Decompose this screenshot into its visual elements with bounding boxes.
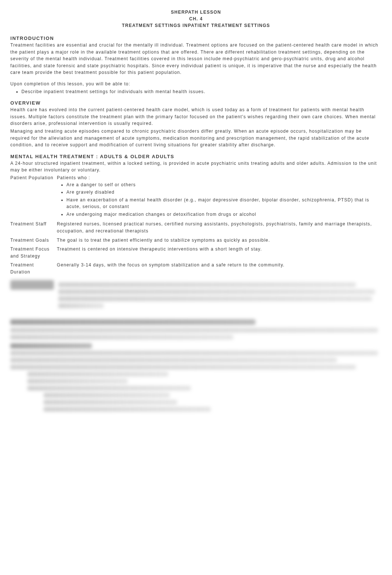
- obscured-text: [58, 280, 382, 310]
- header-line-3: TREATMENT SETTINGS INPATIENT TREATMENT S…: [10, 22, 382, 29]
- table-row: Treatment Staff Registered nurses, licen…: [10, 221, 382, 237]
- introduction-paragraph-2: Upon completion of this lesson, you will…: [10, 81, 382, 88]
- obscured-row: [10, 280, 382, 310]
- row-label-treatment-focus: Treatment Focus and Strategy: [10, 246, 57, 262]
- obscured-list-item: [27, 386, 191, 391]
- obscured-sublist-item: [44, 407, 211, 412]
- obscured-list-item: [27, 379, 128, 384]
- list-item: Have an exacerbation of a mental health …: [66, 197, 379, 210]
- obscured-line: [10, 328, 378, 333]
- patient-population-lead: Patients who :: [57, 175, 90, 180]
- obscured-subheading: [10, 343, 92, 348]
- row-value-treatment-goals: The goal is to treat the patient efficie…: [57, 237, 382, 246]
- section-title-introduction: INTRODUCTION: [10, 35, 382, 41]
- obscured-sublist-item: [44, 393, 170, 398]
- document-page: SHERPATH LESSON CH. 4 TREATMENT SETTINGS…: [0, 0, 392, 436]
- section-title-adults: MENTAL HEALTH TREATMENT : ADULTS & OLDER…: [10, 154, 382, 159]
- obscured-heading: [10, 319, 255, 325]
- obscured-list-item: [27, 372, 168, 377]
- list-item: Are a danger to self or others: [66, 181, 379, 188]
- row-label-patient-population: Patient Population: [10, 174, 57, 221]
- header-line-1: SHERPATH LESSON: [10, 9, 382, 16]
- section-title-overview: OVERVIEW: [10, 100, 382, 106]
- adults-intro: A 24-hour structured inpatient treatment…: [10, 160, 382, 174]
- introduction-bullet-1: Describe inpatient treatment settings fo…: [21, 88, 382, 95]
- obscured-line: [10, 358, 337, 363]
- header-line-2: CH. 4: [10, 16, 382, 22]
- row-value-treatment-staff: Registered nurses, licensed practical nu…: [57, 221, 382, 237]
- table-row: Treatment Focus and Strategy Treatment i…: [10, 246, 382, 262]
- obscured-content-region: [10, 280, 382, 412]
- patient-population-list: Are a danger to self or others Are grave…: [66, 181, 379, 218]
- introduction-bullets: Describe inpatient treatment settings fo…: [21, 88, 382, 95]
- obscured-sublist-item: [44, 400, 177, 405]
- obscured-label: [10, 280, 54, 290]
- list-item: Are undergoing major medication changes …: [66, 211, 379, 218]
- overview-paragraph-2: Managing and treating acute episodes com…: [10, 128, 382, 149]
- table-row: Treatment Duration Generally 3-14 days, …: [10, 262, 382, 278]
- list-item: Are gravely disabled: [66, 189, 379, 196]
- row-label-treatment-goals: Treatment Goals: [10, 237, 57, 246]
- introduction-paragraph-1: Treatment facilities are essential and c…: [10, 42, 382, 76]
- row-label-treatment-duration: Treatment Duration: [10, 262, 57, 278]
- table-row: Patient Population Patients who : Are a …: [10, 174, 382, 221]
- obscured-line: [10, 335, 233, 340]
- document-header: SHERPATH LESSON CH. 4 TREATMENT SETTINGS…: [10, 9, 382, 29]
- row-label-treatment-staff: Treatment Staff: [10, 221, 57, 237]
- row-value-treatment-duration: Generally 3-14 days, with the focus on s…: [57, 262, 382, 278]
- obscured-line: [10, 351, 378, 355]
- table-row: Treatment Goals The goal is to treat the…: [10, 237, 382, 246]
- obscured-line: [10, 365, 356, 370]
- overview-paragraph-1: Health care has evolved into the current…: [10, 106, 382, 127]
- adults-table: Patient Population Patients who : Are a …: [10, 174, 382, 278]
- row-value-treatment-focus: Treatment is centered on intensive thera…: [57, 246, 382, 262]
- row-value-patient-population: Patients who : Are a danger to self or o…: [57, 174, 382, 221]
